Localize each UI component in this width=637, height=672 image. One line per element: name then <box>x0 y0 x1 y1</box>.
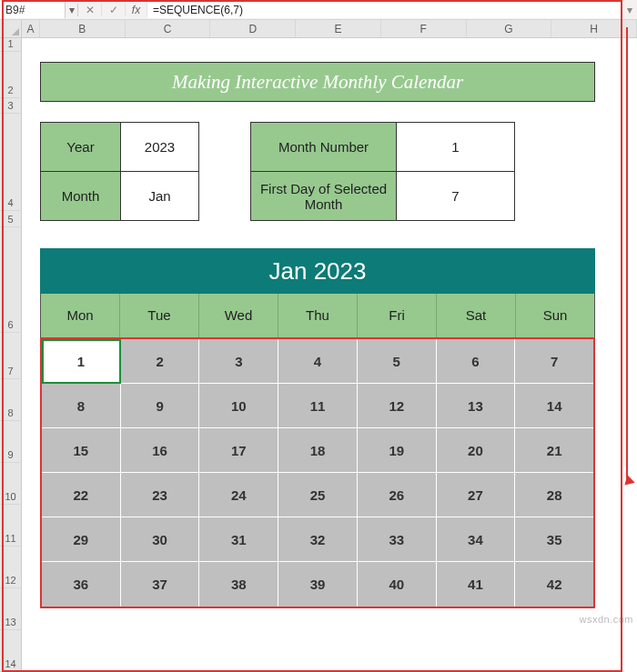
row-header[interactable]: 10 <box>0 463 22 505</box>
name-box-dropdown-icon[interactable]: ▾ <box>66 4 78 16</box>
calendar-cell[interactable]: 4 <box>278 339 358 384</box>
column-header[interactable]: E <box>296 20 381 37</box>
param-value[interactable]: 7 <box>397 172 515 221</box>
row-header[interactable]: 9 <box>0 421 22 463</box>
calendar-day-header: Sun <box>516 294 594 337</box>
row-header[interactable]: 4 <box>0 114 22 210</box>
calendar-cell[interactable]: 28 <box>515 473 593 517</box>
calendar-cell[interactable]: 38 <box>199 562 278 607</box>
cancel-icon[interactable]: ✕ <box>78 4 102 16</box>
calendar-cell[interactable]: 15 <box>42 428 121 473</box>
calendar-cell[interactable]: 29 <box>42 517 121 562</box>
select-all-corner[interactable] <box>0 20 22 37</box>
formula-bar: B9# ▾ ✕ ✓ fx =SEQUENCE(6,7) ▾ <box>0 0 637 20</box>
param-value[interactable]: 1 <box>397 123 515 172</box>
row-header[interactable]: 8 <box>0 379 22 421</box>
calendar-cell[interactable]: 18 <box>278 428 358 473</box>
row-header[interactable]: 1 <box>0 38 22 52</box>
calendar-cell[interactable]: 24 <box>199 473 278 517</box>
calendar-cell[interactable]: 9 <box>121 384 200 428</box>
row-header[interactable]: 6 <box>0 227 22 333</box>
calendar-cell[interactable]: 10 <box>199 384 278 428</box>
column-header[interactable]: H <box>551 20 637 37</box>
column-header[interactable]: G <box>467 20 552 37</box>
calendar-cell[interactable]: 33 <box>358 517 437 562</box>
calendar: Jan 2023 MonTueWedThuFriSatSun 123456789… <box>40 248 595 608</box>
calendar-day-header: Wed <box>199 294 278 337</box>
row-header-strip: 1234567891011121314 <box>0 38 22 672</box>
calendar-cell[interactable]: 20 <box>437 428 516 473</box>
calendar-day-header: Fri <box>358 294 437 337</box>
name-box[interactable]: B9# <box>0 2 66 18</box>
calendar-cell[interactable]: 25 <box>278 473 358 517</box>
calendar-cell[interactable]: 3 <box>199 339 278 384</box>
calendar-cell[interactable]: 37 <box>121 562 200 607</box>
calendar-cell[interactable]: 2 <box>121 339 200 384</box>
page-title: Making Interactive Monthly Calendar <box>40 62 595 102</box>
confirm-icon[interactable]: ✓ <box>102 4 126 16</box>
calendar-cell[interactable]: 19 <box>358 428 437 473</box>
column-header[interactable]: D <box>210 20 296 37</box>
calendar-cell[interactable]: 16 <box>121 428 200 473</box>
calendar-cell[interactable]: 32 <box>278 517 358 562</box>
column-header[interactable]: B <box>40 20 126 37</box>
calendar-header-row: MonTueWedThuFriSatSun <box>40 294 595 337</box>
row-header[interactable]: 2 <box>0 52 22 98</box>
calendar-cell[interactable]: 36 <box>42 562 121 607</box>
calendar-cell[interactable]: 1 <box>42 339 121 384</box>
param-label: Year <box>41 123 121 172</box>
params-table-left: Year2023MonthJan <box>40 122 199 221</box>
calendar-cell[interactable]: 39 <box>278 562 358 607</box>
calendar-day-header: Sat <box>437 294 516 337</box>
column-header[interactable]: F <box>381 20 467 37</box>
fx-icon[interactable]: fx <box>126 4 147 16</box>
calendar-cell[interactable]: 30 <box>121 517 200 562</box>
calendar-cell[interactable]: 12 <box>358 384 437 428</box>
calendar-cell[interactable]: 41 <box>437 562 516 607</box>
param-label: First Day of Selected Month <box>251 172 397 221</box>
calendar-cell[interactable]: 5 <box>358 339 437 384</box>
param-value[interactable]: 2023 <box>121 123 199 172</box>
params-table-right: Month Number1First Day of Selected Month… <box>250 122 515 221</box>
calendar-cell[interactable]: 22 <box>42 473 121 517</box>
row-header[interactable]: 7 <box>0 333 22 379</box>
column-header-row: ABCDEFGH <box>0 20 637 38</box>
param-label: Month <box>41 172 121 221</box>
calendar-cell[interactable]: 23 <box>121 473 200 517</box>
column-header[interactable]: C <box>126 20 211 37</box>
formula-input[interactable]: =SEQUENCE(6,7) <box>147 2 621 18</box>
watermark: wsxdn.com <box>579 614 633 625</box>
row-header[interactable]: 11 <box>0 505 22 547</box>
row-header[interactable]: 3 <box>0 98 22 114</box>
calendar-cell[interactable]: 17 <box>199 428 278 473</box>
calendar-cell[interactable]: 34 <box>437 517 516 562</box>
param-label: Month Number <box>251 123 397 172</box>
calendar-cell[interactable]: 6 <box>437 339 516 384</box>
calendar-day-header: Mon <box>41 294 120 337</box>
calendar-cell[interactable]: 42 <box>515 562 593 607</box>
param-value[interactable]: Jan <box>121 172 199 221</box>
calendar-cell[interactable]: 11 <box>278 384 358 428</box>
calendar-cell[interactable]: 7 <box>515 339 593 384</box>
calendar-cell[interactable]: 14 <box>515 384 593 428</box>
calendar-cell[interactable]: 8 <box>42 384 121 428</box>
calendar-title: Jan 2023 <box>40 248 595 294</box>
calendar-cell[interactable]: 40 <box>358 562 437 607</box>
column-header[interactable]: A <box>22 20 40 37</box>
row-header[interactable]: 5 <box>0 211 22 228</box>
calendar-day-header: Thu <box>278 294 358 337</box>
row-header[interactable]: 13 <box>0 588 22 630</box>
row-header[interactable]: 12 <box>0 547 22 588</box>
calendar-day-header: Tue <box>120 294 199 337</box>
row-header[interactable]: 14 <box>0 630 22 672</box>
calendar-body: 1234567891011121314151617181920212223242… <box>40 337 595 608</box>
calendar-cell[interactable]: 31 <box>199 517 278 562</box>
calendar-cell[interactable]: 26 <box>358 473 437 517</box>
formula-expand-icon[interactable]: ▾ <box>621 4 637 16</box>
calendar-cell[interactable]: 21 <box>515 428 593 473</box>
calendar-cell[interactable]: 35 <box>515 517 593 562</box>
calendar-cell[interactable]: 27 <box>437 473 516 517</box>
calendar-cell[interactable]: 13 <box>437 384 516 428</box>
